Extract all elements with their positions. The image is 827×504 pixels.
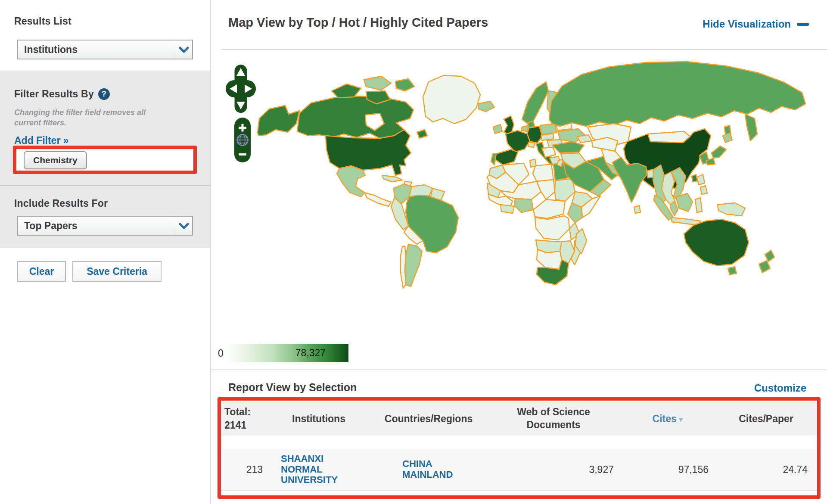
report-table: Total: 2141 Institutions Countries/Regio… xyxy=(221,402,817,491)
cites-label: Cites xyxy=(653,413,677,424)
filter-sidebar: Results List Institutions Filter Results… xyxy=(0,0,211,504)
map-color-legend: 0 78,327 xyxy=(218,344,348,362)
country-link[interactable]: CHINA MAINLAND xyxy=(402,459,456,480)
column-header-countries[interactable]: Countries/Regions xyxy=(370,413,487,425)
row-count-cell: 213 xyxy=(221,464,267,476)
hide-visualization-link[interactable]: Hide Visualization xyxy=(703,18,809,30)
row-cites-per-paper-cell: 24.74 xyxy=(715,464,817,476)
save-criteria-button[interactable]: Save Criteria xyxy=(72,261,162,282)
map-pan-control[interactable] xyxy=(226,65,256,113)
filter-results-heading: Filter Results By? xyxy=(14,88,110,100)
clear-button[interactable]: Clear xyxy=(17,261,66,282)
total-value: 2141 xyxy=(224,419,267,432)
include-results-dropdown[interactable]: Top Papers xyxy=(17,216,193,236)
filter-change-note: Changing the filter field removes all cu… xyxy=(14,107,163,128)
results-list-section: Results List Institutions xyxy=(0,0,210,71)
total-label: Total: xyxy=(224,405,267,419)
institution-link[interactable]: SHAANXI NORMAL UNIVERSITY xyxy=(281,454,341,485)
table-bottom-divider xyxy=(221,490,817,491)
help-question-icon[interactable]: ? xyxy=(98,88,110,100)
map-zoom-control[interactable] xyxy=(234,118,251,162)
total-header-cell: Total: 2141 xyxy=(221,405,267,432)
sort-caret-icon: ▾ xyxy=(679,415,683,424)
column-header-cites-sorted[interactable]: Cites▾ xyxy=(620,413,715,425)
legend-min-label: 0 xyxy=(218,344,224,362)
row-country-cell: CHINA MAINLAND xyxy=(370,459,487,480)
include-results-selected-value: Top Papers xyxy=(18,220,175,232)
report-view-heading: Report View by Selection xyxy=(228,381,357,394)
customize-link[interactable]: Customize xyxy=(754,382,806,394)
chevron-down-icon xyxy=(175,40,192,59)
filter-results-section: Filter Results By? Changing the filter f… xyxy=(0,71,210,186)
world-map-choropleth[interactable] xyxy=(211,50,823,347)
table-row: 213 SHAANXI NORMAL UNIVERSITY CHINA MAIN… xyxy=(221,449,817,490)
row-cites-cell: 97,156 xyxy=(620,464,715,476)
results-list-selected-value: Institutions xyxy=(18,44,175,56)
results-list-dropdown[interactable]: Institutions xyxy=(17,40,193,59)
column-header-wos-documents[interactable]: Web of Science Documents xyxy=(487,406,620,432)
filter-results-heading-text: Filter Results By xyxy=(14,88,94,100)
legend-gradient-bar: 78,327 xyxy=(226,344,348,362)
page-title: Map View by Top / Hot / Highly Cited Pap… xyxy=(228,16,488,30)
report-divider xyxy=(211,369,827,370)
row-institution-cell: SHAANXI NORMAL UNIVERSITY xyxy=(267,454,370,485)
column-header-institutions[interactable]: Institutions xyxy=(267,413,370,425)
wos-documents-label: Web of Science Documents xyxy=(504,406,603,432)
include-results-heading: Include Results For xyxy=(14,198,108,209)
hide-visualization-label: Hide Visualization xyxy=(703,18,791,30)
add-filter-link[interactable]: Add Filter » xyxy=(14,135,69,146)
chevron-down-icon xyxy=(175,217,192,235)
zoom-out-icon[interactable] xyxy=(239,153,246,156)
results-list-heading: Results List xyxy=(14,16,72,27)
active-filter-strip: Chemistry xyxy=(16,149,193,171)
collapse-minus-icon xyxy=(797,23,809,26)
column-header-cites-per-paper[interactable]: Cites/Paper xyxy=(715,413,817,425)
row-wos-documents-cell: 3,927 xyxy=(487,464,620,476)
criteria-actions-section: Clear Save Criteria xyxy=(0,248,210,300)
legend-max-label: 78,327 xyxy=(295,347,326,359)
include-results-section: Include Results For Top Papers xyxy=(0,186,210,248)
report-table-header-row: Total: 2141 Institutions Countries/Regio… xyxy=(221,402,817,436)
chemistry-filter-chip[interactable]: Chemistry xyxy=(24,151,87,169)
